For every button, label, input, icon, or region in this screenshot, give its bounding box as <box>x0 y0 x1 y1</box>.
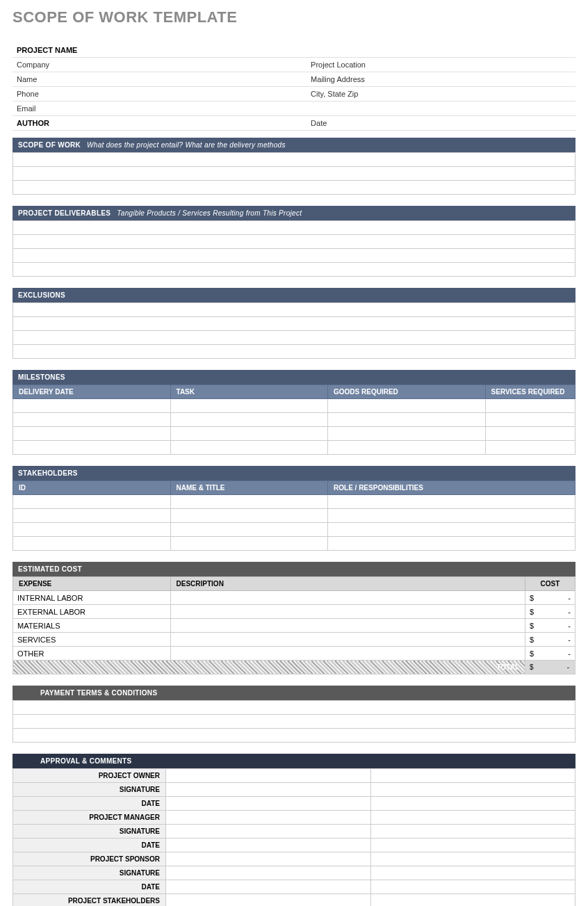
approval-table: PROJECT OWNER SIGNATURE DATE PROJECT MAN… <box>13 768 575 906</box>
col-services: SERVICES REQUIRED <box>485 385 575 399</box>
blank-cell[interactable] <box>13 235 575 249</box>
section-stakeholders: STAKEHOLDERS <box>13 466 575 480</box>
blank-cell[interactable] <box>13 303 575 317</box>
blank-cell[interactable] <box>13 701 575 715</box>
blank-cell[interactable] <box>13 221 575 235</box>
col-description: DESCRIPTION <box>170 577 525 591</box>
col-task: TASK <box>170 385 328 399</box>
stakeholders-table: ID NAME & TITLE ROLE / RESPONSIBILITIES <box>13 480 575 551</box>
col-expense: EXPENSE <box>13 577 171 591</box>
blank-cell[interactable] <box>13 715 575 729</box>
blank-cell[interactable] <box>13 249 575 263</box>
label-author: AUTHOR <box>13 116 307 131</box>
approval-role: SIGNATURE <box>13 825 166 839</box>
section-scope-of-work-label: SCOPE OF WORK <box>18 141 81 149</box>
col-name-title: NAME & TITLE <box>170 481 328 495</box>
deliverables-rows <box>13 220 575 277</box>
expense-label: SERVICES <box>13 633 171 647</box>
expense-label: MATERIALS <box>13 619 171 633</box>
approval-role: PROJECT OWNER <box>13 769 166 783</box>
expense-label: INTERNAL LABOR <box>13 591 171 605</box>
label-project-location: Project Location <box>307 58 575 72</box>
col-delivery-date: DELIVERY DATE <box>13 385 171 399</box>
milestones-table: DELIVERY DATE TASK GOODS REQUIRED SERVIC… <box>13 385 575 455</box>
blank-cell[interactable] <box>13 729 575 743</box>
section-milestones-label: MILESTONES <box>18 373 65 381</box>
label-name: Name <box>13 72 307 87</box>
label-project-name: PROJECT NAME <box>13 43 307 58</box>
approval-role: DATE <box>13 880 166 894</box>
blank-cell[interactable] <box>13 263 575 277</box>
approval-role: PROJECT MANAGER <box>13 811 166 825</box>
blank-cell[interactable] <box>13 181 575 195</box>
blank-cell[interactable] <box>13 153 575 167</box>
section-approval-label: APPROVAL & COMMENTS <box>40 757 131 765</box>
expense-label: OTHER <box>13 647 171 661</box>
approval-role: SIGNATURE <box>13 866 166 880</box>
col-cost: COST <box>525 577 575 591</box>
section-deliverables-hint: Tangible Products / Services Resulting f… <box>117 209 302 217</box>
scope-of-work-rows <box>13 152 575 195</box>
section-estimated-cost: ESTIMATED COST <box>13 562 575 576</box>
approval-role: DATE <box>13 839 166 852</box>
section-exclusions-label: EXCLUSIONS <box>18 291 65 299</box>
label-city-state-zip: City, State Zip <box>307 87 575 102</box>
section-stakeholders-label: STAKEHOLDERS <box>18 469 78 477</box>
col-goods: GOODS REQUIRED <box>328 385 486 399</box>
blank-cell[interactable] <box>13 167 575 181</box>
approval-role: DATE <box>13 797 166 811</box>
blank-cell[interactable] <box>13 331 575 345</box>
section-scope-of-work-hint: What does the project entail? What are t… <box>87 141 286 149</box>
total-amount: $- <box>525 661 575 674</box>
page-title: SCOPE OF WORK TEMPLATE <box>13 8 575 26</box>
section-payment-terms: PAYMENT TERMS & CONDITIONS <box>13 686 575 700</box>
label-mailing-address: Mailing Address <box>307 72 575 87</box>
exclusions-rows <box>13 302 575 359</box>
section-payment-terms-label: PAYMENT TERMS & CONDITIONS <box>40 689 157 697</box>
blank-cell[interactable] <box>13 317 575 331</box>
col-role: ROLE / RESPONSIBILITIES <box>328 481 575 495</box>
section-exclusions: EXCLUSIONS <box>13 288 575 302</box>
label-phone: Phone <box>13 87 307 102</box>
project-header-table: PROJECT NAME CompanyProject Location Nam… <box>13 43 575 131</box>
label-company: Company <box>13 58 307 72</box>
estimated-cost-table: EXPENSE DESCRIPTION COST INTERNAL LABOR$… <box>13 576 575 674</box>
total-label: TOTAL <box>13 661 525 674</box>
col-id: ID <box>13 481 171 495</box>
payment-terms-rows <box>13 700 575 743</box>
section-approval: APPROVAL & COMMENTS <box>13 754 575 768</box>
section-scope-of-work: SCOPE OF WORK What does the project enta… <box>13 138 575 152</box>
section-estimated-cost-label: ESTIMATED COST <box>18 565 82 573</box>
blank-cell[interactable] <box>13 345 575 359</box>
section-deliverables-label: PROJECT DELIVERABLES <box>18 209 111 217</box>
label-date: Date <box>307 116 575 131</box>
approval-role: SIGNATURE <box>13 783 166 797</box>
expense-label: EXTERNAL LABOR <box>13 605 171 619</box>
approval-role: PROJECT STAKEHOLDERS <box>13 894 166 907</box>
section-milestones: MILESTONES <box>13 370 575 385</box>
approval-role: PROJECT SPONSOR <box>13 852 166 866</box>
label-email: Email <box>13 102 307 116</box>
section-deliverables: PROJECT DELIVERABLES Tangible Products /… <box>13 206 575 220</box>
